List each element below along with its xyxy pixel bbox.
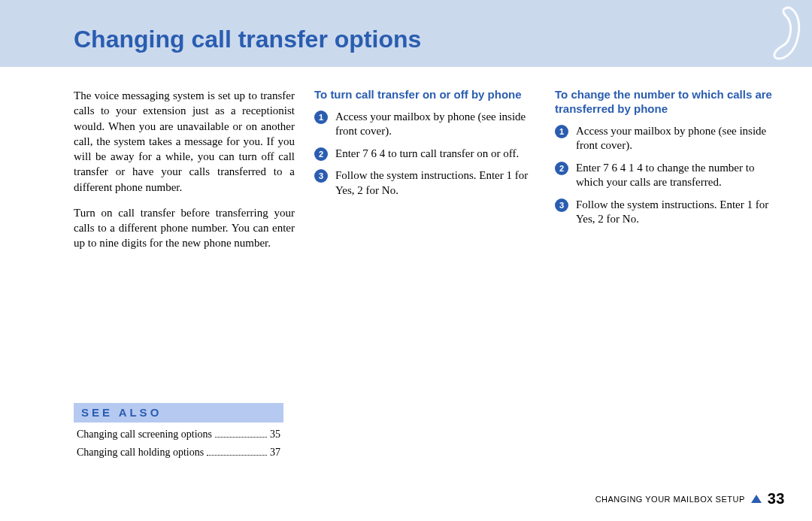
- step-number-icon: 2: [314, 147, 328, 161]
- see-also-page: 35: [270, 427, 280, 442]
- step-text: Access your mailbox by phone (see inside…: [576, 125, 766, 152]
- content-columns: The voice messaging system is set up to …: [0, 67, 812, 262]
- step-number-icon: 3: [555, 198, 568, 212]
- intro-paragraph-2: Turn on call transfer before transferrin…: [74, 205, 295, 251]
- see-also-item: Changing call holding options 37: [77, 445, 280, 460]
- step-item: 1 Access your mailbox by phone (see insi…: [314, 110, 535, 139]
- phone-handset-icon: [759, 3, 804, 63]
- step-number-icon: 1: [314, 111, 328, 124]
- step-text: Follow the system instructions. Enter 1 …: [335, 169, 528, 196]
- header-band: Changing call transfer options: [0, 0, 812, 67]
- step-item: 3 Follow the system instructions. Enter …: [555, 198, 776, 227]
- see-also-item: Changing call screening options 35: [77, 427, 280, 442]
- see-also-label: Changing call holding options: [77, 445, 204, 460]
- see-also-heading-bar: See Also: [74, 403, 283, 423]
- procedure-1-heading: To turn call transfer on or off by phone: [314, 88, 535, 102]
- procedure-2-column: To change the number to which calls are …: [555, 88, 776, 235]
- step-item: 3 Follow the system instructions. Enter …: [314, 168, 535, 198]
- step-item: 2 Enter 7 6 4 to turn call transfer on o…: [314, 147, 535, 162]
- step-text: Access your mailbox by phone (see inside…: [335, 111, 526, 138]
- procedure-1-steps: 1 Access your mailbox by phone (see insi…: [314, 110, 535, 198]
- step-item: 1 Access your mailbox by phone (see insi…: [555, 124, 776, 153]
- footer-section-name: Changing your mailbox setup: [595, 495, 745, 504]
- step-number-icon: 3: [314, 169, 328, 183]
- intro-paragraph-1: The voice messaging system is set up to …: [74, 88, 295, 195]
- see-also-block: See Also Changing call screening options…: [74, 403, 283, 462]
- procedure-2-steps: 1 Access your mailbox by phone (see insi…: [555, 124, 776, 227]
- see-also-items: Changing call screening options 35 Chang…: [74, 427, 283, 459]
- leader-dots: [215, 436, 267, 438]
- see-also-heading: See Also: [81, 406, 162, 419]
- page-footer: Changing your mailbox setup 33: [595, 490, 785, 507]
- page-title: Changing call transfer options: [74, 26, 421, 53]
- step-number-icon: 2: [555, 162, 568, 175]
- step-item: 2 Enter 7 6 4 1 4 to change the number t…: [555, 161, 776, 190]
- footer-page-number: 33: [768, 490, 785, 507]
- see-also-page: 37: [270, 445, 280, 460]
- procedure-2-heading: To change the number to which calls are …: [555, 88, 776, 117]
- step-text: Enter 7 6 4 to turn call transfer on or …: [335, 147, 519, 159]
- triangle-up-icon: [751, 495, 762, 503]
- procedure-1-column: To turn call transfer on or off by phone…: [314, 88, 535, 205]
- step-text: Follow the system instructions. Enter 1 …: [576, 198, 768, 226]
- step-text: Enter 7 6 4 1 4 to change the number to …: [576, 162, 754, 189]
- intro-column: The voice messaging system is set up to …: [74, 88, 295, 262]
- see-also-label: Changing call screening options: [77, 427, 212, 442]
- step-number-icon: 1: [555, 125, 568, 138]
- leader-dots: [207, 454, 267, 456]
